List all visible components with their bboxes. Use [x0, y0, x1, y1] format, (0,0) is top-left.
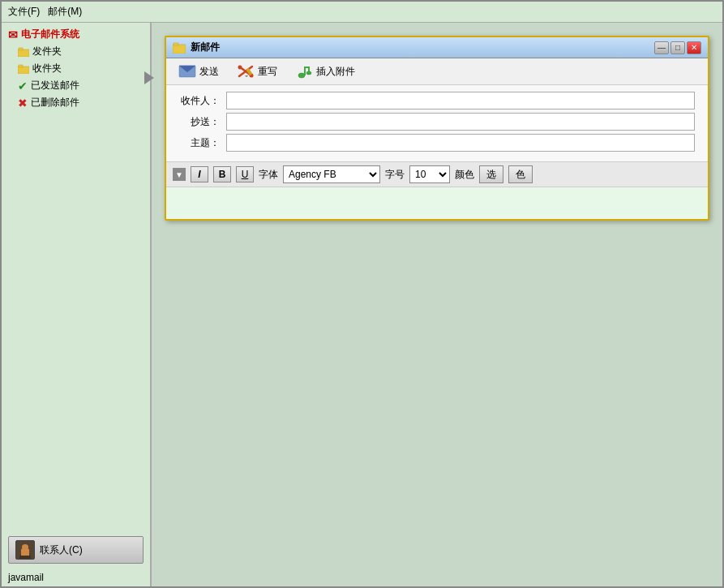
right-area: 新邮件 — □ ✕ 发送 — [152, 23, 722, 586]
minimize-button[interactable]: — — [654, 41, 669, 54]
svg-point-18 — [298, 73, 305, 78]
to-input[interactable] — [226, 92, 695, 109]
compose-folder-icon — [173, 42, 186, 54]
compose-toolbar: 发送 重写 — [166, 58, 708, 85]
svg-rect-1 — [19, 48, 23, 50]
menu-bar: 文件(F) 邮件(M) — [2, 2, 722, 23]
size-select[interactable]: 10 12 14 16 — [409, 165, 450, 183]
format-bar: ▼ I B U 字体 Agency FB SimSun Arial — [166, 162, 708, 187]
svg-rect-3 — [19, 65, 23, 67]
sidebar-label-sent: 已发送邮件 — [31, 79, 79, 92]
send-icon — [178, 64, 196, 79]
attach-label: 插入附件 — [316, 65, 355, 79]
collapse-button[interactable]: ▼ — [173, 168, 186, 181]
menu-mail[interactable]: 邮件(M) — [48, 5, 82, 19]
bold-button[interactable]: B — [213, 166, 231, 182]
titlebar-controls: — □ ✕ — [654, 41, 701, 54]
folder-icon-inbox — [18, 64, 29, 74]
sidebar-item-outbox[interactable]: 发件夹 — [2, 43, 150, 60]
rewrite-label: 重写 — [258, 65, 277, 79]
close-button[interactable]: ✕ — [687, 41, 701, 54]
italic-button[interactable]: I — [191, 166, 208, 182]
sidebar-label-deleted: 已删除邮件 — [31, 96, 79, 109]
to-label: 收件人： — [179, 94, 220, 108]
compose-window-title: 新邮件 — [191, 41, 220, 54]
contact-user: javamail — [8, 572, 44, 583]
sidebar-root-label: 电子邮件系统 — [21, 28, 79, 41]
sidebar-label-outbox: 发件夹 — [32, 45, 62, 58]
body-textarea[interactable] — [169, 191, 705, 213]
svg-rect-9 — [174, 43, 178, 45]
sidebar-item-deleted[interactable]: ✖ 已删除邮件 — [2, 94, 150, 111]
color-choose-button[interactable]: 选 — [479, 165, 503, 183]
compose-body — [166, 187, 708, 219]
subject-field-row: 主题： — [179, 134, 695, 152]
svg-rect-2 — [18, 67, 29, 74]
subject-input[interactable] — [226, 134, 695, 152]
italic-icon: I — [198, 169, 200, 180]
bold-icon: B — [219, 169, 226, 180]
compose-fields: 收件人： 抄送： 主题： — [166, 85, 708, 162]
subject-label: 主题： — [179, 136, 220, 150]
compose-titlebar: 新邮件 — □ ✕ — [166, 37, 708, 58]
attach-icon — [295, 64, 313, 79]
svg-point-14 — [238, 66, 242, 70]
svg-rect-7 — [21, 549, 29, 556]
contact-button[interactable]: 联系人(C) — [8, 536, 144, 564]
underline-button[interactable]: U — [236, 166, 254, 182]
contact-label: 联系人(C) — [40, 543, 83, 557]
send-button[interactable]: 发送 — [173, 62, 225, 81]
svg-rect-21 — [308, 67, 310, 71]
menu-file[interactable]: 文件(F) — [8, 5, 40, 19]
maximize-button[interactable]: □ — [670, 41, 685, 54]
sidebar-tree: ✉ 电子邮件系统 发件夹 收件夹 — [2, 23, 150, 531]
size-label: 字号 — [385, 168, 405, 182]
font-select[interactable]: Agency FB SimSun Arial — [283, 165, 380, 183]
deleted-x-icon: ✖ — [18, 97, 28, 109]
main-area: ✉ 电子邮件系统 发件夹 收件夹 — [2, 23, 722, 586]
sidebar: ✉ 电子邮件系统 发件夹 收件夹 — [2, 23, 152, 586]
svg-point-22 — [306, 71, 311, 75]
folder-icon-outbox — [18, 47, 29, 57]
svg-rect-8 — [173, 45, 186, 54]
cc-label: 抄送： — [179, 115, 220, 129]
rewrite-button[interactable]: 重写 — [231, 62, 283, 81]
compose-title-area: 新邮件 — [173, 41, 220, 54]
rewrite-icon — [237, 64, 255, 79]
sidebar-root[interactable]: ✉ 电子邮件系统 — [2, 26, 150, 43]
cc-input[interactable] — [226, 113, 695, 131]
sidebar-label-inbox: 收件夹 — [32, 62, 62, 75]
attach-button[interactable]: 插入附件 — [289, 62, 361, 81]
sidebar-item-sent[interactable]: ✔ 已发送邮件 — [2, 77, 150, 94]
compose-window: 新邮件 — □ ✕ 发送 — [165, 36, 709, 221]
to-field-row: 收件人： — [179, 92, 695, 109]
color-label: 颜色 — [455, 168, 474, 182]
sidebar-item-inbox[interactable]: 收件夹 — [2, 60, 150, 77]
color-apply-button[interactable]: 色 — [508, 165, 533, 183]
root-icon: ✉ — [8, 28, 18, 41]
send-label: 发送 — [199, 65, 219, 79]
contact-list: javamail — [2, 569, 150, 586]
contact-avatar — [15, 540, 35, 560]
outer-window: 文件(F) 邮件(M) ✉ 电子邮件系统 发件夹 — [0, 0, 724, 588]
sent-check-icon: ✔ — [18, 79, 28, 92]
underline-icon: U — [242, 169, 249, 180]
svg-rect-0 — [18, 49, 29, 57]
font-label: 字体 — [259, 168, 278, 182]
cc-field-row: 抄送： — [179, 113, 695, 131]
